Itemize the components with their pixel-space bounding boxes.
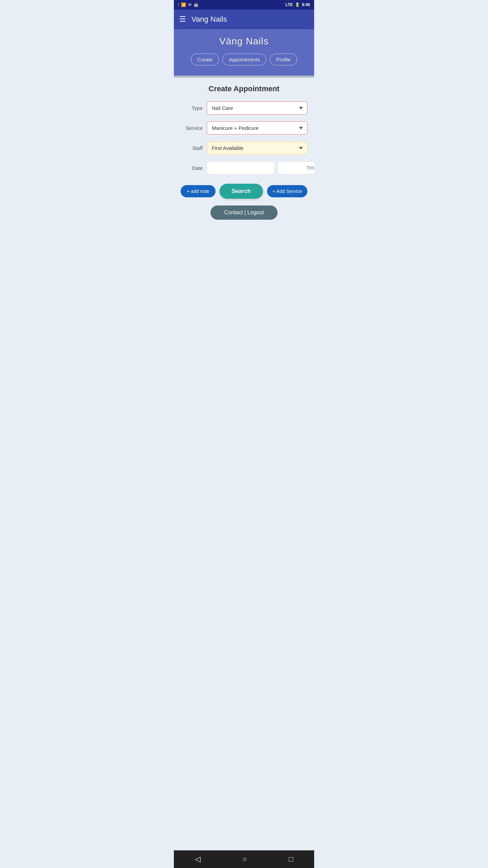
time-input[interactable] — [278, 161, 314, 174]
status-bar: ! 📶 ✉ 🤖 LTE 🔋 8:06 — [174, 0, 314, 9]
staff-row: Staff First Available Staff 1 Staff 2 — [181, 141, 307, 155]
status-right-info: LTE 🔋 8:06 — [285, 2, 310, 7]
date-inputs-group — [207, 161, 314, 174]
date-row: Date — [181, 161, 307, 174]
contact-logout-section: Contact | Logout — [181, 205, 307, 220]
notification-icon: ! — [178, 2, 179, 7]
signal-icon: 📶 — [181, 2, 186, 7]
main-content: Create Appointment Type Nail Care Hair C… — [174, 78, 314, 230]
hamburger-menu-icon[interactable]: ☰ — [179, 15, 186, 24]
android-icon: 🤖 — [194, 2, 199, 7]
top-nav-bar: ☰ Vang Nails — [174, 9, 314, 29]
service-label: Service — [181, 125, 203, 131]
date-input[interactable] — [207, 161, 275, 174]
app-title: Vang Nails — [191, 15, 227, 24]
appointments-button[interactable]: Appointments — [222, 54, 266, 65]
type-row: Type Nail Care Hair Care Skin Care — [181, 101, 307, 115]
add-service-button[interactable]: + Add Service — [267, 185, 307, 197]
battery-icon: 🔋 — [295, 2, 300, 7]
message-icon: ✉ — [188, 2, 191, 7]
salon-name: Vàng Nails — [179, 36, 309, 47]
header-section: Vàng Nails Create Appointments Profile — [174, 29, 314, 76]
date-label: Date — [181, 165, 203, 171]
bottom-actions: + add note Search + Add Service — [181, 184, 307, 199]
profile-button[interactable]: Profile — [270, 54, 297, 65]
type-label: Type — [181, 105, 203, 111]
service-select[interactable]: Manicure + Pedicure Manicure Pedicure Ge… — [207, 121, 307, 135]
form-title: Create Appointment — [181, 84, 307, 93]
status-left-icons: ! 📶 ✉ 🤖 — [178, 2, 199, 7]
staff-select[interactable]: First Available Staff 1 Staff 2 — [207, 141, 307, 155]
search-button[interactable]: Search — [220, 184, 263, 199]
type-select[interactable]: Nail Care Hair Care Skin Care — [207, 101, 307, 115]
create-button[interactable]: Create — [191, 54, 219, 65]
service-row: Service Manicure + Pedicure Manicure Ped… — [181, 121, 307, 135]
time-display: 8:06 — [302, 2, 310, 7]
network-type: LTE — [285, 2, 293, 7]
add-note-button[interactable]: + add note — [181, 185, 216, 197]
staff-label: Staff — [181, 145, 203, 151]
contact-logout-button[interactable]: Contact | Logout — [210, 205, 277, 220]
nav-buttons-group: Create Appointments Profile — [179, 54, 309, 65]
